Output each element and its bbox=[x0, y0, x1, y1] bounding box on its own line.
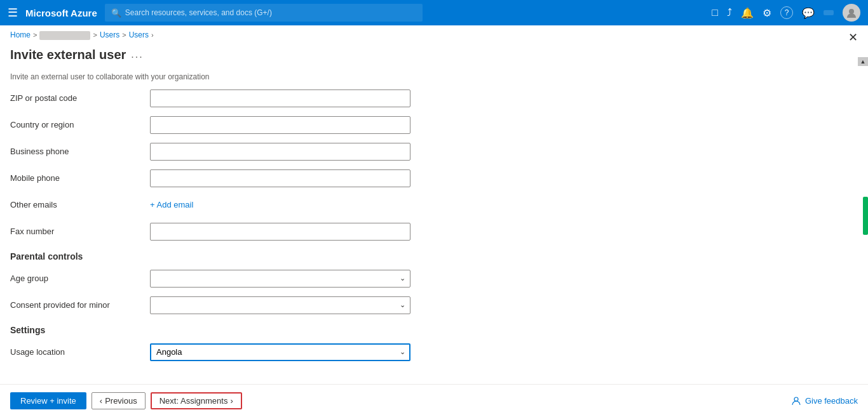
previous-button[interactable]: ‹ Previous bbox=[92, 392, 146, 409]
breadcrumb-sep3: > bbox=[122, 31, 126, 39]
zip-label: ZIP or postal code bbox=[10, 93, 150, 103]
zip-input[interactable] bbox=[150, 89, 410, 107]
next-button[interactable]: Next: Assignments › bbox=[151, 392, 242, 409]
scroll-thumb[interactable] bbox=[863, 197, 868, 235]
other-emails-label: Other emails bbox=[10, 200, 150, 209]
usage-location-select[interactable]: Angola United States United Kingdom Germ… bbox=[150, 343, 410, 361]
avatar[interactable] bbox=[843, 4, 860, 22]
consent-select-wrapper: Granted Denied Not Required ⌄ bbox=[150, 296, 410, 314]
add-email-button[interactable]: + Add email bbox=[150, 200, 193, 209]
consent-row: Consent provided for minor Granted Denie… bbox=[10, 296, 562, 315]
other-emails-row: Other emails + Add email bbox=[10, 195, 562, 215]
chevron-left-icon: ‹ bbox=[100, 396, 102, 406]
age-group-select[interactable]: Not Adult Adult Minor Non Adult bbox=[150, 270, 410, 288]
country-input[interactable] bbox=[150, 116, 410, 134]
breadcrumb-users1[interactable]: Users bbox=[100, 30, 119, 39]
breadcrumb: Home > > Users > Users › bbox=[0, 25, 868, 45]
page-title: Invite external user bbox=[10, 48, 126, 62]
svg-point-1 bbox=[794, 397, 798, 401]
top-navigation: ☰ Microsoft Azure 🔍 □ ⤴ 🔔 ⚙ ? 💬 bbox=[0, 0, 868, 25]
fax-label: Fax number bbox=[10, 227, 150, 236]
fax-row: Fax number bbox=[10, 222, 562, 241]
search-input[interactable] bbox=[125, 8, 416, 17]
form-container: ZIP or postal code Country or region Bus… bbox=[0, 89, 572, 362]
country-label: Country or region bbox=[10, 120, 150, 129]
scroll-up-arrow[interactable]: ▲ bbox=[858, 57, 868, 66]
bottom-bar: Review + invite ‹ Previous Next: Assignm… bbox=[0, 384, 868, 417]
fax-input[interactable] bbox=[150, 223, 410, 241]
help-icon[interactable]: ? bbox=[780, 6, 793, 19]
country-row: Country or region bbox=[10, 116, 562, 135]
account-selector[interactable] bbox=[824, 10, 834, 15]
settings-icon[interactable]: ⚙ bbox=[763, 7, 771, 19]
breadcrumb-tenant bbox=[39, 30, 90, 40]
svg-point-0 bbox=[849, 9, 854, 14]
consent-label: Consent provided for minor bbox=[10, 300, 150, 310]
hamburger-icon[interactable]: ☰ bbox=[8, 6, 18, 20]
feedback-icon[interactable]: 💬 bbox=[802, 7, 815, 19]
settings-header: Settings bbox=[10, 325, 562, 335]
consent-select[interactable]: Granted Denied Not Required bbox=[150, 296, 410, 314]
breadcrumb-sep2: > bbox=[93, 31, 97, 39]
parental-controls-header: Parental controls bbox=[10, 251, 562, 261]
usage-location-select-wrapper: Angola United States United Kingdom Germ… bbox=[150, 343, 410, 361]
feedback-person-icon bbox=[791, 396, 801, 406]
business-phone-row: Business phone bbox=[10, 142, 562, 161]
mobile-phone-row: Mobile phone bbox=[10, 169, 562, 188]
app-title: Microsoft Azure bbox=[25, 8, 97, 18]
business-phone-label: Business phone bbox=[10, 147, 150, 156]
page-subtitle: Invite an external user to collaborate w… bbox=[0, 72, 868, 89]
close-button[interactable]: ✕ bbox=[848, 32, 858, 43]
age-group-select-wrapper: Not Adult Adult Minor Non Adult ⌄ bbox=[150, 270, 410, 288]
cloud-shell-icon[interactable]: □ bbox=[712, 7, 718, 18]
usage-location-row: Usage location Angola United States Unit… bbox=[10, 343, 562, 362]
mobile-phone-input[interactable] bbox=[150, 169, 410, 187]
nav-icons: □ ⤴ 🔔 ⚙ ? 💬 bbox=[712, 4, 860, 22]
mobile-phone-label: Mobile phone bbox=[10, 173, 150, 183]
upload-icon[interactable]: ⤴ bbox=[727, 7, 732, 18]
page-header: Invite external user ... bbox=[0, 45, 868, 72]
chevron-right-icon: › bbox=[230, 396, 233, 406]
more-options-icon[interactable]: ... bbox=[131, 49, 143, 60]
search-bar[interactable]: 🔍 bbox=[105, 4, 423, 22]
give-feedback-button[interactable]: Give feedback bbox=[791, 396, 858, 406]
search-icon: 🔍 bbox=[111, 8, 121, 18]
age-group-row: Age group Not Adult Adult Minor Non Adul… bbox=[10, 269, 562, 288]
breadcrumb-home[interactable]: Home bbox=[10, 30, 31, 39]
notifications-icon[interactable]: 🔔 bbox=[741, 7, 754, 19]
usage-location-label: Usage location bbox=[10, 347, 150, 357]
breadcrumb-sep4: › bbox=[151, 31, 154, 39]
breadcrumb-users2[interactable]: Users bbox=[129, 30, 149, 39]
business-phone-input[interactable] bbox=[150, 143, 410, 161]
content-area: Home > > Users > Users › Invite external… bbox=[0, 25, 868, 417]
age-group-label: Age group bbox=[10, 274, 150, 283]
zip-row: ZIP or postal code bbox=[10, 89, 562, 108]
review-invite-button[interactable]: Review + invite bbox=[10, 392, 86, 409]
breadcrumb-sep1: > bbox=[33, 31, 37, 39]
